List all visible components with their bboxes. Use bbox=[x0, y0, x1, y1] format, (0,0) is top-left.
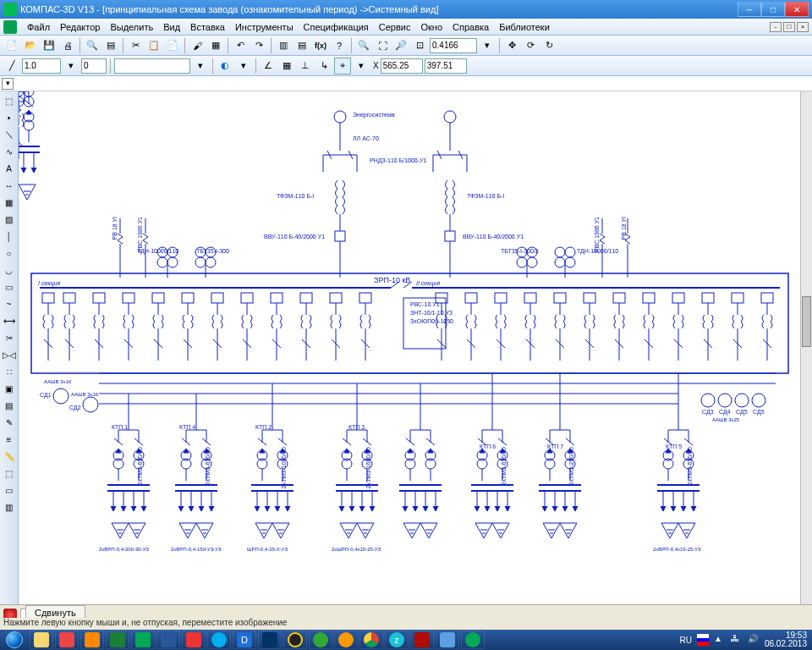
zoom-in-button[interactable]: 🔍 bbox=[355, 37, 372, 54]
paste-button[interactable]: 📄 bbox=[164, 37, 181, 54]
task-browser2[interactable] bbox=[80, 631, 104, 649]
start-button[interactable] bbox=[0, 630, 29, 650]
tool-dim2[interactable]: ⟷ bbox=[2, 313, 17, 328]
tool-spec[interactable]: ▥ bbox=[2, 499, 17, 515]
task-app1[interactable] bbox=[131, 631, 155, 649]
grid-toggle[interactable]: ▦ bbox=[278, 58, 295, 74]
layer-input[interactable] bbox=[81, 58, 107, 74]
round-button[interactable]: ↳ bbox=[315, 58, 332, 74]
menu-help[interactable]: Справка bbox=[447, 20, 494, 34]
tray-clock[interactable]: 19:5306.02.2013 bbox=[765, 631, 807, 649]
tool-cut[interactable]: ✂ bbox=[2, 330, 17, 345]
menu-spec[interactable]: Спецификация bbox=[299, 20, 374, 34]
task-kompas-doc[interactable] bbox=[436, 631, 459, 649]
task-app5[interactable] bbox=[334, 631, 358, 649]
xy-dd[interactable]: ▾ bbox=[353, 58, 370, 74]
scrollbar-vertical[interactable] bbox=[800, 91, 812, 604]
tool-measure[interactable]: 📏 bbox=[2, 449, 17, 464]
menu-service[interactable]: Сервис bbox=[374, 20, 416, 34]
canvas[interactable]: Энергосистема ЛЛ АС-70 РНДЗ-110 Б/1000-У… bbox=[19, 91, 800, 604]
tool-ellipse[interactable]: ○ bbox=[2, 245, 17, 261]
refresh-button[interactable]: ↻ bbox=[540, 37, 557, 54]
open-button[interactable]: 📂 bbox=[22, 37, 39, 54]
rebuild-button[interactable]: ⟳ bbox=[522, 37, 539, 54]
menu-edit[interactable]: Редактор bbox=[55, 20, 105, 34]
task-app3[interactable] bbox=[258, 631, 282, 649]
preview-button[interactable]: 🔍 bbox=[84, 37, 101, 54]
line-style-button[interactable]: ╱ bbox=[3, 58, 20, 74]
line-weight-dd[interactable]: ▾ bbox=[63, 58, 80, 74]
tool-v1[interactable]: │ bbox=[2, 229, 17, 244]
style-dd[interactable]: ▾ bbox=[192, 58, 209, 74]
line-weight-input[interactable] bbox=[22, 58, 61, 74]
zoom-dropdown[interactable]: ▾ bbox=[479, 37, 496, 54]
menu-libs[interactable]: Библиотеки bbox=[494, 20, 555, 34]
tool-hatch[interactable]: ▨ bbox=[2, 212, 17, 227]
tool-frame[interactable]: ▭ bbox=[2, 482, 17, 498]
tool-arc[interactable]: ◡ bbox=[2, 262, 17, 278]
zoom-out-button[interactable]: 🔎 bbox=[392, 37, 409, 54]
grid-button[interactable]: ▦ bbox=[207, 37, 224, 54]
tool-dim[interactable]: ↔ bbox=[2, 178, 17, 193]
tray-lang[interactable]: RU bbox=[679, 636, 691, 645]
tool-array[interactable]: ∷ bbox=[2, 364, 17, 379]
menu-tools[interactable]: Инструменты bbox=[230, 20, 299, 34]
cut-button[interactable]: ✂ bbox=[127, 37, 144, 54]
tool-point[interactable]: • bbox=[2, 110, 17, 125]
menu-window[interactable]: Окно bbox=[415, 20, 447, 34]
task-app2[interactable] bbox=[182, 631, 206, 649]
tool-spline[interactable]: ~ bbox=[2, 296, 17, 311]
task-app4[interactable] bbox=[283, 631, 307, 649]
task-kompas[interactable] bbox=[461, 631, 485, 649]
zoom-input[interactable] bbox=[430, 38, 477, 53]
menu-view[interactable]: Вид bbox=[158, 20, 185, 34]
menu-insert[interactable]: Вставка bbox=[185, 20, 230, 34]
tool-lib1[interactable]: ▣ bbox=[2, 381, 17, 396]
ortho-button[interactable]: ⊥ bbox=[297, 58, 314, 74]
tray-up-icon[interactable]: ▲ bbox=[714, 634, 726, 646]
local-cs-button[interactable]: ⌖ bbox=[334, 58, 351, 74]
task-pdf[interactable] bbox=[410, 631, 434, 649]
tray-net-icon[interactable]: 🖧 bbox=[731, 634, 743, 646]
tool-table[interactable]: ▦ bbox=[2, 195, 17, 210]
tool-select[interactable]: ⬚ bbox=[2, 465, 17, 481]
tool-edit[interactable]: ✎ bbox=[2, 415, 17, 430]
task-explorer[interactable] bbox=[30, 631, 53, 649]
tool-line[interactable]: ＼ bbox=[2, 127, 17, 142]
layers-button[interactable]: ▤ bbox=[294, 37, 310, 54]
task-word[interactable] bbox=[156, 631, 180, 649]
close-button[interactable]: ✕ bbox=[785, 2, 809, 17]
tray-flag-icon[interactable] bbox=[697, 634, 709, 646]
tool-geometry[interactable]: ⬚ bbox=[2, 93, 17, 108]
tool-lib2[interactable]: ▤ bbox=[2, 398, 17, 413]
copy-button[interactable]: 📋 bbox=[145, 37, 162, 54]
new-button[interactable]: 📄 bbox=[3, 37, 20, 54]
props-button[interactable]: ▤ bbox=[102, 37, 119, 54]
angle-button[interactable]: ∠ bbox=[260, 58, 277, 74]
maximize-button[interactable]: □ bbox=[761, 2, 785, 17]
fx-button[interactable]: f(x) bbox=[312, 37, 329, 54]
task-chrome[interactable] bbox=[359, 631, 383, 649]
zoom-fit-button[interactable]: ⊡ bbox=[411, 37, 428, 54]
menu-select[interactable]: Выделить bbox=[105, 20, 158, 34]
coord-x-input[interactable] bbox=[381, 58, 423, 74]
mdi-min[interactable]: - bbox=[770, 22, 782, 32]
task-skype[interactable] bbox=[207, 631, 231, 649]
print-button[interactable]: 🖨 bbox=[59, 37, 76, 54]
snap-dd[interactable]: ▾ bbox=[235, 58, 252, 74]
coord-y-input[interactable] bbox=[425, 58, 467, 74]
brush-button[interactable]: 🖌 bbox=[189, 37, 206, 54]
task-browser1[interactable] bbox=[55, 631, 79, 649]
mdi-close[interactable]: × bbox=[797, 22, 809, 32]
tool-text[interactable]: A bbox=[2, 161, 17, 176]
task-zona[interactable]: z bbox=[385, 631, 409, 649]
pan-button[interactable]: ✥ bbox=[503, 37, 520, 54]
mdi-max[interactable]: □ bbox=[783, 22, 795, 32]
menu-file[interactable]: Файл bbox=[22, 20, 55, 34]
task-excel[interactable] bbox=[106, 631, 129, 649]
tool-curve[interactable]: ∿ bbox=[2, 144, 17, 159]
help-cursor-button[interactable]: ? bbox=[331, 37, 348, 54]
minimize-button[interactable]: ─ bbox=[738, 2, 761, 17]
tray-vol-icon[interactable]: 🔊 bbox=[748, 634, 760, 646]
snap-toggle[interactable]: ◐ bbox=[217, 58, 233, 74]
